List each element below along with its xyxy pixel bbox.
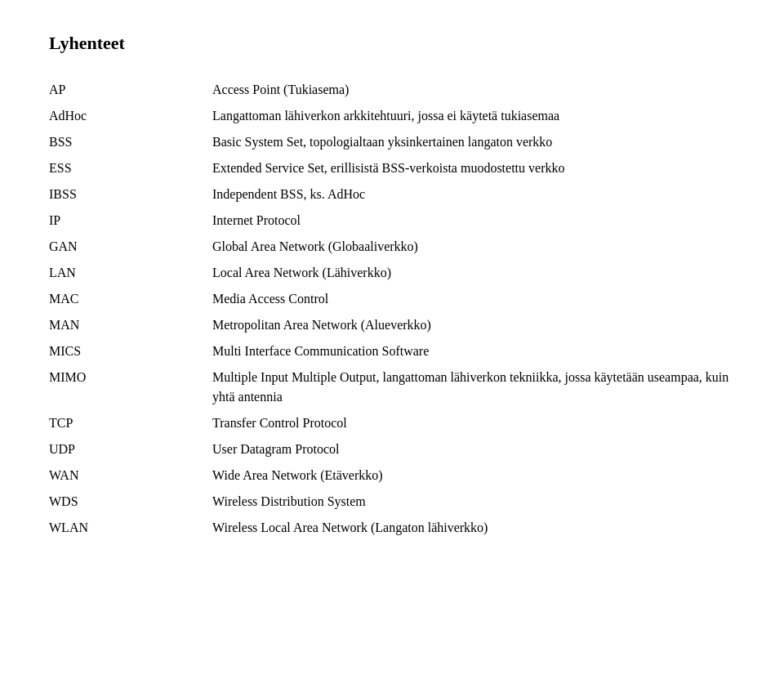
page-title: Lyhenteet — [49, 33, 735, 54]
definition-cell: User Datagram Protocol — [212, 436, 735, 462]
abbreviation-cell: MAN — [49, 312, 212, 338]
table-row: MIMOMultiple Input Multiple Output, lang… — [49, 364, 735, 410]
definition-cell: Multi Interface Communication Software — [212, 338, 735, 364]
definition-cell: Langattoman lähiverkon arkkitehtuuri, jo… — [212, 103, 735, 129]
table-row: IBSSIndependent BSS, ks. AdHoc — [49, 181, 735, 208]
definition-cell: Multiple Input Multiple Output, langatto… — [212, 364, 735, 410]
definition-cell: Wireless Local Area Network (Langaton lä… — [212, 515, 735, 541]
definition-cell: Wireless Distribution System — [212, 489, 735, 515]
table-row: WANWide Area Network (Etäverkko) — [49, 462, 735, 489]
table-row: MACMedia Access Control — [49, 286, 735, 312]
abbreviation-cell: WLAN — [49, 515, 212, 541]
abbreviation-cell: IBSS — [49, 181, 212, 208]
abbreviation-cell: MAC — [49, 286, 212, 312]
abbreviation-cell: WDS — [49, 489, 212, 515]
abbreviation-cell: AdHoc — [49, 103, 212, 129]
abbreviation-cell: WAN — [49, 462, 212, 489]
definition-cell: Access Point (Tukiasema) — [212, 77, 735, 103]
definition-cell: Global Area Network (Globaaliverkko) — [212, 234, 735, 260]
definition-cell: Basic System Set, topologialtaan yksinke… — [212, 129, 735, 155]
abbreviation-cell: IP — [49, 208, 212, 234]
definition-cell: Internet Protocol — [212, 208, 735, 234]
table-row: BSSBasic System Set, topologialtaan yksi… — [49, 129, 735, 155]
abbreviation-cell: BSS — [49, 129, 212, 155]
table-row: UDPUser Datagram Protocol — [49, 436, 735, 462]
table-row: IPInternet Protocol — [49, 208, 735, 234]
table-row: WDSWireless Distribution System — [49, 489, 735, 515]
table-row: TCPTransfer Control Protocol — [49, 410, 735, 436]
table-row: APAccess Point (Tukiasema) — [49, 77, 735, 103]
table-row: MICSMulti Interface Communication Softwa… — [49, 338, 735, 364]
abbreviation-cell: AP — [49, 77, 212, 103]
definition-cell: Media Access Control — [212, 286, 735, 312]
table-row: WLANWireless Local Area Network (Langato… — [49, 515, 735, 541]
abbreviation-cell: ESS — [49, 155, 212, 181]
table-row: LANLocal Area Network (Lähiverkko) — [49, 260, 735, 286]
abbreviation-cell: LAN — [49, 260, 212, 286]
table-row: ESSExtended Service Set, erillisistä BSS… — [49, 155, 735, 181]
definition-cell: Transfer Control Protocol — [212, 410, 735, 436]
table-row: GANGlobal Area Network (Globaaliverkko) — [49, 234, 735, 260]
definition-cell: Metropolitan Area Network (Alueverkko) — [212, 312, 735, 338]
abbreviations-table: APAccess Point (Tukiasema)AdHocLangattom… — [49, 77, 735, 541]
definition-cell: Extended Service Set, erillisistä BSS-ve… — [212, 155, 735, 181]
definition-cell: Wide Area Network (Etäverkko) — [212, 462, 735, 489]
table-row: AdHocLangattoman lähiverkon arkkitehtuur… — [49, 103, 735, 129]
abbreviation-cell: MIMO — [49, 364, 212, 410]
table-row: MANMetropolitan Area Network (Alueverkko… — [49, 312, 735, 338]
abbreviation-cell: GAN — [49, 234, 212, 260]
abbreviation-cell: MICS — [49, 338, 212, 364]
abbreviation-cell: TCP — [49, 410, 212, 436]
abbreviation-cell: UDP — [49, 436, 212, 462]
definition-cell: Local Area Network (Lähiverkko) — [212, 260, 735, 286]
definition-cell: Independent BSS, ks. AdHoc — [212, 181, 735, 208]
